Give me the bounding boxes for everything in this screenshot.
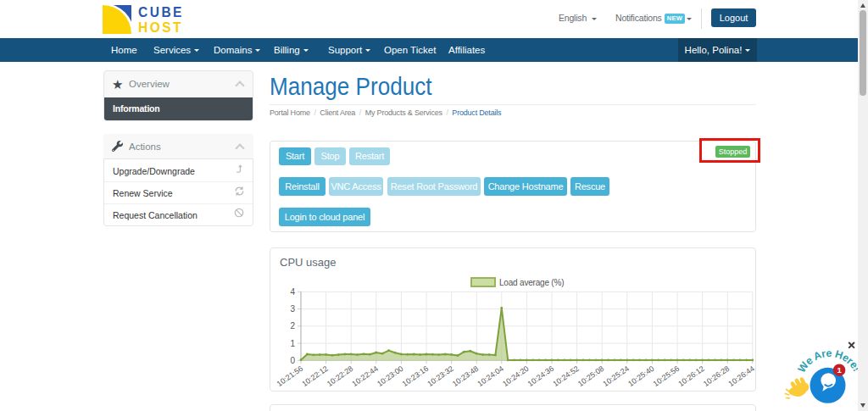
svg-text:10:24:04: 10:24:04	[476, 364, 505, 388]
svg-text:10:24:52: 10:24:52	[551, 364, 580, 388]
svg-text:10:23:32: 10:23:32	[426, 364, 454, 388]
svg-text:10:21:56: 10:21:56	[275, 364, 304, 388]
svg-text:10:25:24: 10:25:24	[602, 364, 631, 388]
svg-text:10:23:00: 10:23:00	[376, 364, 404, 388]
svg-text:10:22:44: 10:22:44	[351, 364, 380, 388]
svg-text:10:25:40: 10:25:40	[626, 364, 655, 388]
svg-text:10:22:28: 10:22:28	[326, 364, 354, 388]
svg-text:10:22:12: 10:22:12	[300, 364, 329, 388]
svg-text:10:25:56: 10:25:56	[652, 364, 681, 388]
svg-text:3: 3	[290, 304, 295, 314]
svg-text:0: 0	[290, 356, 295, 365]
svg-text:4: 4	[290, 287, 295, 297]
svg-text:1: 1	[290, 339, 295, 348]
svg-text:10:23:16: 10:23:16	[401, 364, 430, 388]
svg-text:Load average (%): Load average (%)	[499, 278, 564, 287]
svg-text:10:26:28: 10:26:28	[702, 364, 731, 388]
svg-text:10:24:20: 10:24:20	[501, 364, 530, 388]
svg-text:10:26:12: 10:26:12	[676, 364, 705, 388]
svg-text:10:24:36: 10:24:36	[526, 364, 555, 388]
svg-text:10:26:44: 10:26:44	[727, 364, 756, 388]
svg-text:1: 1	[837, 365, 842, 375]
svg-text:2: 2	[290, 321, 295, 330]
svg-text:10:25:08: 10:25:08	[576, 364, 605, 388]
svg-text:10:23:48: 10:23:48	[451, 364, 480, 388]
